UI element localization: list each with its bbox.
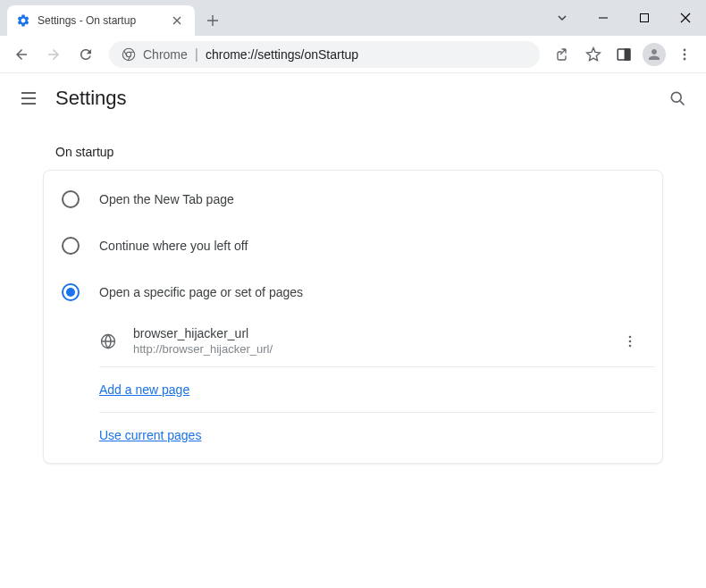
globe-icon bbox=[99, 332, 117, 350]
share-icon[interactable] bbox=[549, 40, 577, 69]
add-page-link[interactable]: Add a new page bbox=[99, 382, 189, 397]
radio-icon bbox=[62, 237, 80, 255]
svg-point-21 bbox=[629, 335, 632, 338]
svg-point-13 bbox=[684, 53, 686, 55]
more-actions-button[interactable] bbox=[616, 327, 644, 356]
window-titlebar: Settings - On startup bbox=[0, 0, 706, 36]
page-title: Settings bbox=[55, 87, 127, 110]
tab-title: Settings - On startup bbox=[38, 14, 163, 27]
profile-button[interactable] bbox=[640, 40, 668, 69]
menu-button[interactable] bbox=[670, 40, 699, 69]
chrome-icon bbox=[122, 47, 136, 62]
radio-label: Open a specific page or set of pages bbox=[99, 285, 303, 299]
omnibox-url: chrome://settings/onStartup bbox=[206, 47, 358, 62]
tab-search-icon[interactable] bbox=[542, 4, 583, 32]
minimize-button[interactable] bbox=[583, 4, 624, 32]
svg-rect-3 bbox=[641, 14, 649, 22]
side-panel-icon[interactable] bbox=[609, 40, 638, 69]
hamburger-menu-icon[interactable] bbox=[18, 88, 39, 109]
svg-point-23 bbox=[629, 344, 632, 347]
search-button[interactable] bbox=[667, 88, 688, 109]
forward-button[interactable] bbox=[39, 40, 68, 69]
option-continue[interactable]: Continue where you left off bbox=[44, 223, 662, 269]
radio-icon bbox=[62, 283, 80, 301]
svg-point-18 bbox=[671, 92, 681, 102]
radio-label: Continue where you left off bbox=[99, 239, 248, 253]
use-current-row: Use current pages bbox=[99, 413, 655, 458]
svg-point-14 bbox=[684, 57, 686, 60]
svg-line-19 bbox=[680, 101, 685, 105]
option-specific-page[interactable]: Open a specific page or set of pages bbox=[44, 269, 662, 315]
maximize-button[interactable] bbox=[624, 4, 665, 32]
close-tab-icon[interactable] bbox=[170, 13, 184, 28]
omnibox-prefix: Chrome bbox=[143, 47, 188, 62]
option-new-tab[interactable]: Open the New Tab page bbox=[44, 176, 662, 223]
page-entry-url: http://browser_hijacker_url/ bbox=[133, 342, 600, 356]
new-tab-button[interactable] bbox=[200, 8, 225, 33]
svg-rect-11 bbox=[626, 49, 630, 60]
add-page-row: Add a new page bbox=[99, 367, 655, 413]
page-entry-title: browser_hijacker_url bbox=[133, 326, 600, 340]
reload-button[interactable] bbox=[71, 40, 100, 69]
omnibox-separator: | bbox=[195, 46, 198, 63]
settings-header: Settings bbox=[0, 73, 706, 123]
browser-toolbar: Chrome | chrome://settings/onStartup bbox=[0, 36, 706, 73]
radio-icon bbox=[62, 190, 80, 208]
avatar-icon bbox=[643, 43, 666, 66]
close-window-button[interactable] bbox=[665, 4, 706, 32]
svg-point-22 bbox=[629, 340, 632, 342]
svg-point-12 bbox=[684, 48, 686, 51]
startup-page-entry: browser_hijacker_url http://browser_hija… bbox=[99, 315, 655, 367]
gear-icon bbox=[16, 13, 30, 28]
startup-card: Open the New Tab page Continue where you… bbox=[43, 170, 663, 464]
use-current-link[interactable]: Use current pages bbox=[99, 428, 201, 442]
section-title: On startup bbox=[43, 127, 663, 170]
radio-label: Open the New Tab page bbox=[99, 192, 234, 206]
back-button[interactable] bbox=[7, 40, 36, 69]
browser-tab[interactable]: Settings - On startup bbox=[7, 5, 195, 36]
bookmark-icon[interactable] bbox=[579, 40, 608, 69]
address-bar[interactable]: Chrome | chrome://settings/onStartup bbox=[109, 41, 540, 68]
